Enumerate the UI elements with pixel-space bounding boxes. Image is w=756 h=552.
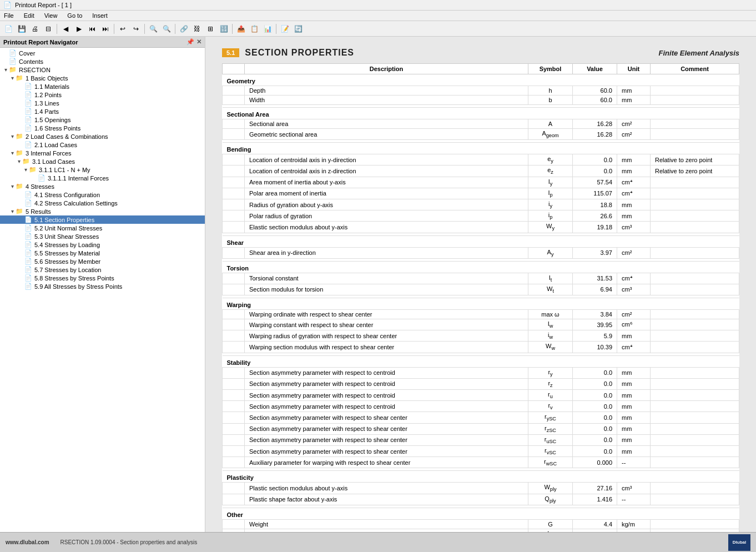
indent (223, 188, 245, 199)
group-torsion: Torsion (223, 261, 739, 273)
nav-item-stresses-member[interactable]: 📄 5.6 Stresses by Member (0, 257, 205, 265)
nav-item-lines[interactable]: 📄 1.3 Lines (0, 99, 205, 107)
export3-btn[interactable]: 📊 (261, 23, 274, 35)
toggle-parts (18, 108, 24, 114)
group-bending: Bending (223, 143, 739, 154)
val-s1: 0.0 (573, 367, 617, 378)
menu-file[interactable]: File (2, 12, 16, 19)
unit-s7: mm (617, 434, 651, 445)
toggle-openings (18, 117, 24, 123)
nav-item-unit-shear[interactable]: 📄 5.3 Unit Shear Stresses (0, 232, 205, 240)
print2-btn[interactable]: ⊟ (42, 23, 54, 35)
export2-btn[interactable]: 📋 (248, 23, 260, 35)
indent (223, 367, 245, 378)
menu-insert[interactable]: Insert (90, 12, 109, 19)
nav-item-rsection[interactable]: ▾ 📁 RSECTION (0, 66, 205, 74)
fwd-btn[interactable]: ↪ (130, 23, 142, 35)
zoom-out-btn[interactable]: 🔍 (147, 23, 159, 35)
comment-p1 (651, 483, 739, 494)
desc-b6: Polar radius of gyration (245, 210, 528, 222)
export-btn[interactable]: 📤 (235, 23, 247, 35)
first-btn[interactable]: ⏮ (86, 23, 98, 35)
nav-item-stress-points[interactable]: 📄 1.6 Stress Points (0, 124, 205, 132)
nav-item-parts[interactable]: 📄 1.4 Parts (0, 107, 205, 116)
nav-item-all-stresses[interactable]: 📄 5.9 All Stresses by Stress Points (0, 282, 205, 290)
nav-item-internal-forces[interactable]: ▾ 📁 3 Internal Forces (0, 149, 205, 157)
footer-bar: www.dlubal.com RSECTION 1.09.0004 - Sect… (0, 532, 756, 549)
nav-item-load-cases-comb[interactable]: ▾ 📁 2 Load Cases & Combinations (0, 132, 205, 140)
toggle-stress-calc (18, 200, 24, 206)
val-s4: 0.0 (573, 401, 617, 412)
section-51-num: 5.1 (222, 48, 239, 57)
link-btn[interactable]: 🔗 (178, 23, 190, 35)
sym-w1: max ω (528, 310, 573, 319)
grid-btn[interactable]: ⊞ (204, 23, 216, 35)
last-btn[interactable]: ⏭ (99, 23, 112, 35)
prev-btn[interactable]: ◀ (59, 23, 72, 35)
unit-s5: mm (617, 412, 651, 423)
pin-btn[interactable]: 📌 (187, 38, 194, 46)
nav-item-materials[interactable]: 📄 1.1 Materials (0, 82, 205, 91)
comment-s9 (651, 457, 739, 468)
menu-edit[interactable]: Edit (22, 12, 36, 19)
nav-item-basic-objects[interactable]: ▾ 📁 1 Basic Objects (0, 74, 205, 82)
text-btn[interactable]: 📝 (279, 23, 291, 35)
refresh-btn[interactable]: 🔄 (292, 23, 304, 35)
link2-btn[interactable]: ⛓ (191, 23, 203, 35)
sym-s3: ru (528, 390, 573, 401)
next-btn[interactable]: ▶ (73, 23, 85, 35)
val-depth: 60.0 (573, 86, 617, 96)
nav-item-stress-config[interactable]: 📄 4.1 Stress Configuration (0, 190, 205, 199)
new-btn[interactable]: 📄 (2, 23, 14, 35)
menu-goto[interactable]: Go to (65, 12, 84, 19)
nav-item-lc1[interactable]: ▾ 📁 3.1.1 LC1 - N + My (0, 165, 205, 174)
comment-depth (651, 86, 739, 96)
back-btn[interactable]: ↩ (117, 23, 129, 35)
nav-item-stress-calc[interactable]: 📄 4.2 Stress Calculation Settings (0, 199, 205, 207)
menu-view[interactable]: View (43, 12, 59, 19)
print-btn[interactable]: 🖨 (29, 23, 41, 35)
indent (223, 457, 245, 468)
lc1-icon: 📁 (29, 166, 37, 173)
indent (223, 177, 245, 188)
nav-item-stresses[interactable]: ▾ 📁 4 Stresses (0, 182, 205, 190)
nav-item-stresses-location[interactable]: 📄 5.7 Stresses by Location (0, 265, 205, 274)
unit-t1: cm⁴ (617, 273, 651, 284)
indent (223, 86, 245, 96)
group-stability: Stability (223, 355, 739, 367)
torsion-label: Torsion (223, 261, 739, 273)
nav-item-stresses-material[interactable]: 📄 5.5 Stresses by Material (0, 249, 205, 257)
table-row: Weight G 4.4 kg/m (223, 519, 739, 529)
nav-item-cover[interactable]: 📄 Cover (0, 49, 205, 57)
nav-item-points[interactable]: 📄 1.2 Points (0, 91, 205, 99)
nav-item-contents[interactable]: 📄 Contents (0, 57, 205, 66)
num-btn[interactable]: 🔢 (218, 23, 230, 35)
table-row: Section asymmetry parameter with respect… (223, 434, 739, 445)
indent (223, 401, 245, 412)
nav-item-section-props[interactable]: 📄 5.1 Section Properties (0, 215, 205, 224)
indent (223, 390, 245, 401)
nav-item-results[interactable]: ▾ 📁 5 Results (0, 207, 205, 215)
unit-gsa: cm² (617, 129, 651, 140)
nav-item-lc1-if[interactable]: 📄 3.1.1.1 Internal Forces (0, 174, 205, 182)
nav-item-stresses-loading[interactable]: 📄 5.4 Stresses by Loading (0, 240, 205, 249)
nav-item-lc-3-1[interactable]: ▾ 📁 3.1 Load Cases (0, 157, 205, 165)
nav-item-stresses-stress-pts[interactable]: 📄 5.8 Stresses by Stress Points (0, 274, 205, 282)
close-nav-btn[interactable]: ✕ (196, 38, 201, 46)
stability-label: Stability (223, 355, 739, 367)
save-btn[interactable]: 💾 (16, 23, 28, 35)
group-other: Other (223, 508, 739, 519)
val-b1: 0.0 (573, 154, 617, 165)
indent (223, 445, 245, 456)
zoom-in-btn[interactable]: 🔍 (160, 23, 173, 35)
nav-item-unit-normal[interactable]: 📄 5.2 Unit Normal Stresses (0, 224, 205, 232)
desc-p2: Plastic shape factor about y-axis (245, 494, 528, 505)
comment-b2: Relative to zero point (651, 165, 739, 177)
table-row: Radius of gyration about y-axis iy 18.8 … (223, 199, 739, 210)
sep2 (114, 24, 114, 34)
nav-item-openings[interactable]: 📄 1.5 Openings (0, 116, 205, 124)
nav-item-load-cases[interactable]: 📄 2.1 Load Cases (0, 140, 205, 149)
desc-t2: Section modulus for torsion (245, 284, 528, 295)
stress-calc-label: 4.2 Stress Calculation Settings (34, 200, 118, 207)
desc-w3: Warping radius of gyration with respect … (245, 330, 528, 342)
